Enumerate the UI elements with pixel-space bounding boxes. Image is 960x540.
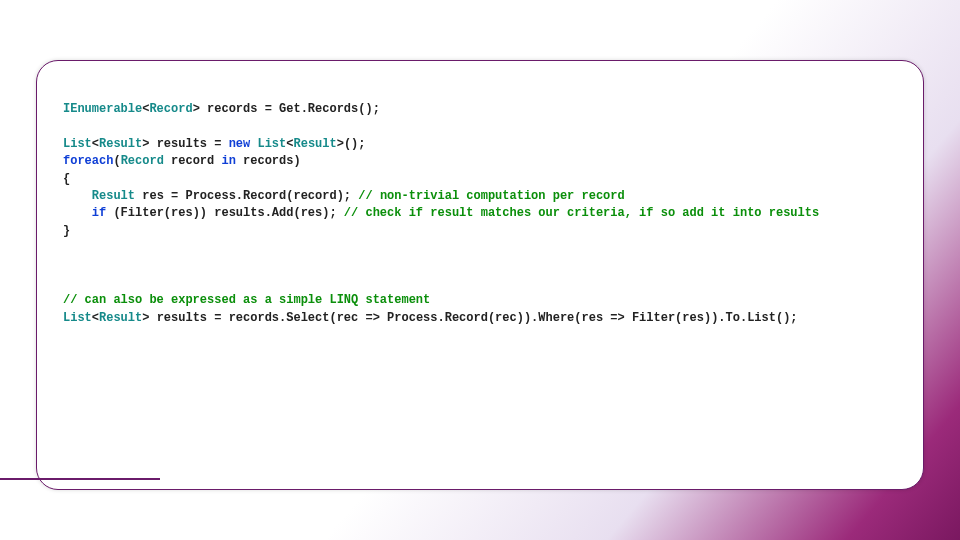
keyword-token: in bbox=[221, 154, 235, 168]
code-text: records) bbox=[236, 154, 301, 168]
type-token: IEnumerable bbox=[63, 102, 142, 116]
type-token: Record bbox=[149, 102, 192, 116]
type-token: Result bbox=[293, 137, 336, 151]
code-indent bbox=[63, 206, 92, 220]
type-token: Result bbox=[99, 137, 142, 151]
type-token: Result bbox=[99, 311, 142, 325]
slide-root: LET'S PARALLELIZE THIS CODE… IEnumerable… bbox=[0, 0, 960, 540]
code-text: (Filter(res)) results.Add(res); bbox=[106, 206, 344, 220]
code-block: IEnumerable<Record> records = Get.Record… bbox=[63, 101, 897, 327]
code-panel: IEnumerable<Record> records = Get.Record… bbox=[36, 60, 924, 490]
code-text: > results = records.Select(rec => Proces… bbox=[142, 311, 797, 325]
comment-token: // non-trivial computation per record bbox=[358, 189, 624, 203]
code-text: { bbox=[63, 172, 70, 186]
type-token: List bbox=[257, 137, 286, 151]
code-text: } bbox=[63, 224, 70, 238]
code-text: > results = bbox=[142, 137, 228, 151]
keyword-token: foreach bbox=[63, 154, 113, 168]
comment-token: // check if result matches our criteria,… bbox=[344, 206, 819, 220]
code-indent bbox=[63, 189, 92, 203]
code-text: ( bbox=[113, 154, 120, 168]
footer-accent-line bbox=[0, 478, 160, 480]
code-text: >(); bbox=[337, 137, 366, 151]
comment-token: // can also be expressed as a simple LIN… bbox=[63, 293, 430, 307]
type-token: List bbox=[63, 311, 92, 325]
code-text: record bbox=[164, 154, 222, 168]
slide-title: LET'S PARALLELIZE THIS CODE… bbox=[36, 10, 615, 49]
type-token: Record bbox=[121, 154, 164, 168]
type-token: List bbox=[63, 137, 92, 151]
code-text: res = Process.Record(record); bbox=[135, 189, 358, 203]
type-token: Result bbox=[92, 189, 135, 203]
keyword-token: new bbox=[229, 137, 251, 151]
keyword-token: if bbox=[92, 206, 106, 220]
code-text: > records = Get.Records(); bbox=[193, 102, 380, 116]
